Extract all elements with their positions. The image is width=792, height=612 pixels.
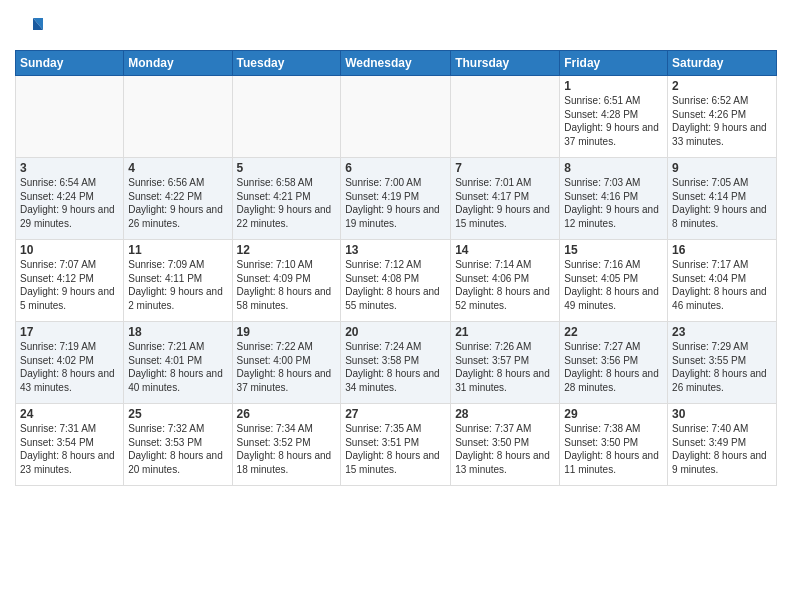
calendar-day-header: Monday bbox=[124, 51, 232, 76]
day-number: 1 bbox=[564, 79, 663, 93]
day-info: Sunrise: 6:51 AM Sunset: 4:28 PM Dayligh… bbox=[564, 94, 663, 148]
day-number: 24 bbox=[20, 407, 119, 421]
day-info: Sunrise: 7:16 AM Sunset: 4:05 PM Dayligh… bbox=[564, 258, 663, 312]
calendar-day-header: Sunday bbox=[16, 51, 124, 76]
calendar-cell: 24Sunrise: 7:31 AM Sunset: 3:54 PM Dayli… bbox=[16, 404, 124, 486]
day-number: 10 bbox=[20, 243, 119, 257]
calendar-cell: 2Sunrise: 6:52 AM Sunset: 4:26 PM Daylig… bbox=[668, 76, 777, 158]
day-number: 13 bbox=[345, 243, 446, 257]
calendar-day-header: Thursday bbox=[451, 51, 560, 76]
day-info: Sunrise: 7:00 AM Sunset: 4:19 PM Dayligh… bbox=[345, 176, 446, 230]
day-number: 26 bbox=[237, 407, 337, 421]
header bbox=[15, 10, 777, 42]
calendar-cell bbox=[124, 76, 232, 158]
day-number: 21 bbox=[455, 325, 555, 339]
day-info: Sunrise: 7:24 AM Sunset: 3:58 PM Dayligh… bbox=[345, 340, 446, 394]
day-info: Sunrise: 7:29 AM Sunset: 3:55 PM Dayligh… bbox=[672, 340, 772, 394]
day-info: Sunrise: 7:22 AM Sunset: 4:00 PM Dayligh… bbox=[237, 340, 337, 394]
calendar-header-row: SundayMondayTuesdayWednesdayThursdayFrid… bbox=[16, 51, 777, 76]
day-info: Sunrise: 7:38 AM Sunset: 3:50 PM Dayligh… bbox=[564, 422, 663, 476]
calendar-cell: 5Sunrise: 6:58 AM Sunset: 4:21 PM Daylig… bbox=[232, 158, 341, 240]
day-info: Sunrise: 7:27 AM Sunset: 3:56 PM Dayligh… bbox=[564, 340, 663, 394]
day-info: Sunrise: 7:07 AM Sunset: 4:12 PM Dayligh… bbox=[20, 258, 119, 312]
calendar-cell: 26Sunrise: 7:34 AM Sunset: 3:52 PM Dayli… bbox=[232, 404, 341, 486]
day-info: Sunrise: 7:14 AM Sunset: 4:06 PM Dayligh… bbox=[455, 258, 555, 312]
calendar-cell: 11Sunrise: 7:09 AM Sunset: 4:11 PM Dayli… bbox=[124, 240, 232, 322]
calendar-cell: 8Sunrise: 7:03 AM Sunset: 4:16 PM Daylig… bbox=[560, 158, 668, 240]
day-number: 18 bbox=[128, 325, 227, 339]
day-number: 23 bbox=[672, 325, 772, 339]
day-number: 15 bbox=[564, 243, 663, 257]
calendar-cell: 9Sunrise: 7:05 AM Sunset: 4:14 PM Daylig… bbox=[668, 158, 777, 240]
calendar-day-header: Friday bbox=[560, 51, 668, 76]
day-number: 9 bbox=[672, 161, 772, 175]
day-number: 6 bbox=[345, 161, 446, 175]
calendar-day-header: Wednesday bbox=[341, 51, 451, 76]
calendar-cell: 17Sunrise: 7:19 AM Sunset: 4:02 PM Dayli… bbox=[16, 322, 124, 404]
calendar-week-row: 3Sunrise: 6:54 AM Sunset: 4:24 PM Daylig… bbox=[16, 158, 777, 240]
day-number: 8 bbox=[564, 161, 663, 175]
day-number: 4 bbox=[128, 161, 227, 175]
day-info: Sunrise: 7:12 AM Sunset: 4:08 PM Dayligh… bbox=[345, 258, 446, 312]
calendar-cell: 21Sunrise: 7:26 AM Sunset: 3:57 PM Dayli… bbox=[451, 322, 560, 404]
day-info: Sunrise: 7:17 AM Sunset: 4:04 PM Dayligh… bbox=[672, 258, 772, 312]
day-number: 28 bbox=[455, 407, 555, 421]
calendar-cell: 3Sunrise: 6:54 AM Sunset: 4:24 PM Daylig… bbox=[16, 158, 124, 240]
page: SundayMondayTuesdayWednesdayThursdayFrid… bbox=[0, 0, 792, 612]
day-number: 20 bbox=[345, 325, 446, 339]
day-info: Sunrise: 6:52 AM Sunset: 4:26 PM Dayligh… bbox=[672, 94, 772, 148]
calendar-cell: 4Sunrise: 6:56 AM Sunset: 4:22 PM Daylig… bbox=[124, 158, 232, 240]
calendar-cell bbox=[451, 76, 560, 158]
day-number: 16 bbox=[672, 243, 772, 257]
day-number: 11 bbox=[128, 243, 227, 257]
calendar-cell: 1Sunrise: 6:51 AM Sunset: 4:28 PM Daylig… bbox=[560, 76, 668, 158]
day-info: Sunrise: 7:19 AM Sunset: 4:02 PM Dayligh… bbox=[20, 340, 119, 394]
calendar-cell: 28Sunrise: 7:37 AM Sunset: 3:50 PM Dayli… bbox=[451, 404, 560, 486]
calendar-day-header: Saturday bbox=[668, 51, 777, 76]
calendar-week-row: 24Sunrise: 7:31 AM Sunset: 3:54 PM Dayli… bbox=[16, 404, 777, 486]
calendar-cell: 27Sunrise: 7:35 AM Sunset: 3:51 PM Dayli… bbox=[341, 404, 451, 486]
day-number: 30 bbox=[672, 407, 772, 421]
day-info: Sunrise: 7:40 AM Sunset: 3:49 PM Dayligh… bbox=[672, 422, 772, 476]
calendar-cell: 19Sunrise: 7:22 AM Sunset: 4:00 PM Dayli… bbox=[232, 322, 341, 404]
calendar-cell: 23Sunrise: 7:29 AM Sunset: 3:55 PM Dayli… bbox=[668, 322, 777, 404]
day-info: Sunrise: 7:26 AM Sunset: 3:57 PM Dayligh… bbox=[455, 340, 555, 394]
calendar-cell bbox=[16, 76, 124, 158]
calendar-cell: 22Sunrise: 7:27 AM Sunset: 3:56 PM Dayli… bbox=[560, 322, 668, 404]
day-number: 5 bbox=[237, 161, 337, 175]
day-number: 19 bbox=[237, 325, 337, 339]
day-number: 3 bbox=[20, 161, 119, 175]
day-info: Sunrise: 7:01 AM Sunset: 4:17 PM Dayligh… bbox=[455, 176, 555, 230]
day-info: Sunrise: 6:54 AM Sunset: 4:24 PM Dayligh… bbox=[20, 176, 119, 230]
calendar-cell: 10Sunrise: 7:07 AM Sunset: 4:12 PM Dayli… bbox=[16, 240, 124, 322]
calendar-cell: 6Sunrise: 7:00 AM Sunset: 4:19 PM Daylig… bbox=[341, 158, 451, 240]
day-number: 29 bbox=[564, 407, 663, 421]
day-info: Sunrise: 7:10 AM Sunset: 4:09 PM Dayligh… bbox=[237, 258, 337, 312]
day-number: 2 bbox=[672, 79, 772, 93]
calendar-week-row: 10Sunrise: 7:07 AM Sunset: 4:12 PM Dayli… bbox=[16, 240, 777, 322]
calendar-cell: 25Sunrise: 7:32 AM Sunset: 3:53 PM Dayli… bbox=[124, 404, 232, 486]
day-info: Sunrise: 7:34 AM Sunset: 3:52 PM Dayligh… bbox=[237, 422, 337, 476]
calendar-cell bbox=[232, 76, 341, 158]
calendar-table: SundayMondayTuesdayWednesdayThursdayFrid… bbox=[15, 50, 777, 486]
day-number: 14 bbox=[455, 243, 555, 257]
calendar-cell: 14Sunrise: 7:14 AM Sunset: 4:06 PM Dayli… bbox=[451, 240, 560, 322]
calendar-week-row: 1Sunrise: 6:51 AM Sunset: 4:28 PM Daylig… bbox=[16, 76, 777, 158]
day-info: Sunrise: 7:05 AM Sunset: 4:14 PM Dayligh… bbox=[672, 176, 772, 230]
day-info: Sunrise: 7:09 AM Sunset: 4:11 PM Dayligh… bbox=[128, 258, 227, 312]
day-info: Sunrise: 6:58 AM Sunset: 4:21 PM Dayligh… bbox=[237, 176, 337, 230]
calendar-day-header: Tuesday bbox=[232, 51, 341, 76]
day-info: Sunrise: 7:21 AM Sunset: 4:01 PM Dayligh… bbox=[128, 340, 227, 394]
day-info: Sunrise: 7:31 AM Sunset: 3:54 PM Dayligh… bbox=[20, 422, 119, 476]
day-info: Sunrise: 7:32 AM Sunset: 3:53 PM Dayligh… bbox=[128, 422, 227, 476]
day-info: Sunrise: 7:37 AM Sunset: 3:50 PM Dayligh… bbox=[455, 422, 555, 476]
logo-icon bbox=[15, 14, 43, 42]
calendar-cell bbox=[341, 76, 451, 158]
logo bbox=[15, 14, 47, 42]
calendar-cell: 15Sunrise: 7:16 AM Sunset: 4:05 PM Dayli… bbox=[560, 240, 668, 322]
day-info: Sunrise: 7:35 AM Sunset: 3:51 PM Dayligh… bbox=[345, 422, 446, 476]
day-info: Sunrise: 7:03 AM Sunset: 4:16 PM Dayligh… bbox=[564, 176, 663, 230]
calendar-cell: 30Sunrise: 7:40 AM Sunset: 3:49 PM Dayli… bbox=[668, 404, 777, 486]
calendar-cell: 20Sunrise: 7:24 AM Sunset: 3:58 PM Dayli… bbox=[341, 322, 451, 404]
day-number: 25 bbox=[128, 407, 227, 421]
